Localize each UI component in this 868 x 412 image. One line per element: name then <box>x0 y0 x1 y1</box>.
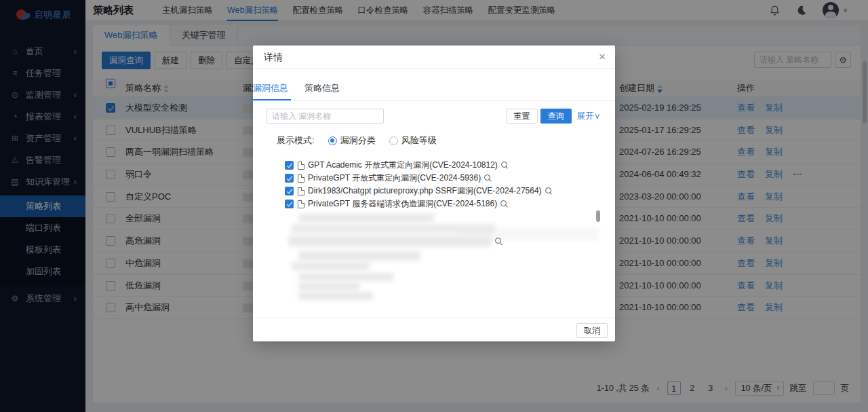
app-screen: 启明星辰 ⌂ 首页 ∨ ≡ 任务管理 ⊙ 监测管理 ∨ <box>0 0 868 412</box>
modal-footer: 取消 <box>253 318 615 341</box>
radio-group: 漏洞分类 风险等级 <box>328 134 437 147</box>
vuln-search-input[interactable] <box>267 109 384 124</box>
search-icon[interactable] <box>484 174 492 183</box>
close-icon[interactable]: × <box>599 50 606 64</box>
vuln-checkbox[interactable] <box>285 161 294 170</box>
modal-search-buttons: 重置 查询 展开∨ <box>507 109 601 124</box>
search-icon[interactable] <box>501 162 509 170</box>
modal-scrollbar-thumb[interactable] <box>596 210 600 222</box>
radio-label: 漏洞分类 <box>340 134 376 147</box>
search-icon[interactable] <box>545 187 553 195</box>
vuln-checkbox[interactable] <box>285 174 294 183</box>
modal-tab[interactable]: 策略信息 <box>304 79 340 100</box>
expand-link[interactable]: 展开∨ <box>577 111 601 122</box>
vuln-name: PrivateGPT 开放式重定向漏洞(CVE-2024-5936) <box>308 172 481 184</box>
vuln-item: PrivateGPT 开放式重定向漏洞(CVE-2024-5936) <box>285 172 553 185</box>
vuln-name: GPT Academic 开放式重定向漏洞(CVE-2024-10812) <box>308 160 498 171</box>
vuln-item: Dirk1983/Chatgpt pictureproxy.php SSRF漏洞… <box>285 185 553 198</box>
radio-icon <box>389 136 398 145</box>
vuln-checkbox-list: GPT Academic 开放式重定向漏洞(CVE-2024-10812) Pr… <box>285 159 553 210</box>
vuln-name: Dirk1983/Chatgpt pictureproxy.php SSRF漏洞… <box>308 185 542 197</box>
display-mode-label: 展示模式: <box>277 134 315 147</box>
vuln-name: PrivateGPT 服务器端请求伪造漏洞(CVE-2024-5186) <box>308 198 497 210</box>
radio-option[interactable]: 漏洞分类 <box>328 134 376 147</box>
query-button[interactable]: 查询 <box>540 109 572 124</box>
display-mode-row: 展示模式: 漏洞分类 风险等级 <box>277 134 437 147</box>
document-icon <box>298 174 304 183</box>
modal-tab[interactable]: 漏洞信息 <box>253 79 288 100</box>
search-icon[interactable] <box>495 238 503 246</box>
cancel-button[interactable]: 取消 <box>576 323 608 338</box>
radio-label: 风险等级 <box>401 134 437 147</box>
vuln-checkbox[interactable] <box>285 200 294 208</box>
document-icon <box>298 200 304 208</box>
radio-option[interactable]: 风险等级 <box>389 134 437 147</box>
detail-modal: 详情 × 策略信息漏洞信息 重置 查询 展开∨ 展示模式: 漏洞分类 <box>253 45 615 341</box>
radio-icon <box>328 136 337 145</box>
reset-button[interactable]: 重置 <box>507 109 538 124</box>
search-icon[interactable] <box>500 200 509 208</box>
document-icon <box>298 187 304 195</box>
modal-tabs: 策略信息漏洞信息 <box>253 79 615 101</box>
modal-title: 详情 <box>264 52 283 64</box>
vuln-checkbox[interactable] <box>285 187 294 195</box>
modal-header: 详情 × <box>253 45 615 69</box>
document-icon <box>298 162 304 170</box>
vuln-item: PrivateGPT 服务器端请求伪造漏洞(CVE-2024-5186) <box>285 198 553 210</box>
vuln-item: GPT Academic 开放式重定向漏洞(CVE-2024-10812) <box>285 159 553 172</box>
